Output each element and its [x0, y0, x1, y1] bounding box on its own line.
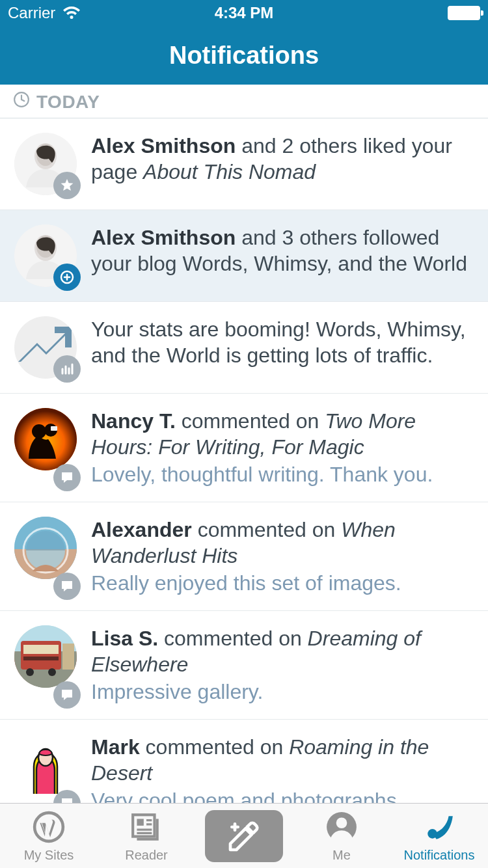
avatar-wrap	[14, 517, 77, 596]
notification-icon	[423, 809, 455, 845]
notification-item[interactable]: Alex Smithson and 2 others liked your pa…	[0, 118, 488, 210]
tab-notifications[interactable]: Notifications	[390, 809, 488, 863]
notification-body: Lisa S. commented on Dreaming of Elsewhe…	[91, 625, 475, 705]
notification-text: commented on	[192, 518, 341, 541]
tab-me[interactable]: Me	[293, 809, 390, 863]
battery-icon	[448, 6, 480, 20]
svg-rect-19	[23, 657, 59, 660]
comment-preview: Really enjoyed this set of images.	[91, 570, 475, 596]
svg-rect-18	[23, 645, 59, 654]
svg-point-29	[336, 817, 347, 828]
notification-text: commented on	[140, 735, 289, 759]
notification-item[interactable]: Your stats are booming! Words, Whimsy, a…	[0, 302, 488, 394]
notification-body: Alexander commented on When Wanderlust H…	[91, 517, 475, 596]
wordpress-icon	[33, 809, 65, 845]
comment-badge-icon	[53, 681, 81, 709]
avatar-wrap	[14, 133, 77, 195]
clock-icon	[13, 91, 30, 113]
notification-body: Nancy T. commented on Two More Hours: Fo…	[91, 408, 475, 487]
notification-list: Alex Smithson and 2 others liked your pa…	[0, 118, 488, 828]
tab-reader[interactable]: Reader	[98, 809, 195, 863]
notification-item[interactable]: Nancy T. commented on Two More Hours: Fo…	[0, 394, 488, 502]
comment-badge-icon	[53, 573, 81, 600]
svg-point-22	[48, 668, 56, 676]
person-icon	[325, 809, 358, 845]
tab-compose[interactable]	[195, 810, 293, 862]
notification-body: Mark commented on Roaming in the DesertV…	[91, 734, 475, 813]
plus-badge-icon	[53, 264, 81, 291]
star-badge-icon	[53, 172, 81, 199]
reader-icon	[130, 809, 163, 845]
compose-icon	[226, 818, 262, 854]
notification-text: Your stats are booming! Words, Whimsy, a…	[91, 318, 466, 367]
section-header-today: TODAY	[0, 85, 488, 118]
notification-item[interactable]: Lisa S. commented on Dreaming of Elsewhe…	[0, 611, 488, 720]
svg-point-8	[14, 408, 77, 470]
wifi-icon	[62, 6, 81, 20]
svg-rect-20	[62, 644, 74, 670]
notification-item[interactable]: Alex Smithson and 3 others followed your…	[0, 210, 488, 302]
actor-name: Mark	[91, 735, 140, 759]
notification-item[interactable]: Alexander commented on When Wanderlust H…	[0, 502, 488, 611]
notification-body: Alex Smithson and 2 others liked your pa…	[91, 133, 475, 195]
avatar	[14, 734, 77, 796]
notification-body: Your stats are booming! Words, Whimsy, a…	[91, 316, 475, 379]
tab-label: Notifications	[404, 848, 475, 863]
avatar-wrap	[14, 408, 77, 487]
notification-body: Alex Smithson and 3 others followed your…	[91, 224, 475, 287]
tab-my-sites[interactable]: My Sites	[0, 809, 98, 863]
avatar	[14, 517, 77, 579]
tab-label: Reader	[125, 848, 168, 863]
actor-name: Alexander	[91, 518, 192, 541]
comment-preview: Impressive gallery.	[91, 679, 475, 705]
actor-name: Nancy T.	[91, 409, 176, 433]
svg-point-25	[34, 813, 63, 841]
tab-label: My Sites	[24, 848, 74, 863]
comment-badge-icon	[53, 464, 81, 491]
comment-preview: Lovely, thoughtful writing. Thank you.	[91, 461, 475, 487]
avatar-wrap	[14, 625, 77, 705]
status-time: 4:34 PM	[165, 4, 323, 22]
svg-rect-27	[137, 819, 143, 826]
avatar-wrap	[14, 224, 77, 287]
svg-rect-11	[51, 426, 57, 431]
svg-point-30	[427, 829, 437, 839]
tab-label: Me	[332, 848, 351, 863]
carrier-label: Carrier	[8, 4, 55, 22]
avatar-wrap	[14, 316, 77, 379]
avatar	[14, 408, 77, 470]
svg-point-9	[32, 424, 46, 439]
svg-point-21	[26, 668, 34, 676]
status-bar: Carrier 4:34 PM	[0, 0, 488, 26]
avatar-wrap	[14, 734, 77, 813]
compose-button[interactable]	[205, 810, 283, 862]
notification-text: commented on	[158, 627, 307, 650]
notification-text: commented on	[176, 409, 325, 433]
actor-name: Alex Smithson	[91, 226, 236, 249]
page-title: Notifications	[0, 26, 488, 85]
avatar	[14, 625, 77, 688]
actor-name: Alex Smithson	[91, 134, 236, 157]
stats-badge-icon	[53, 355, 81, 383]
tab-bar: My Sites Reader Me Notifications	[0, 803, 488, 868]
section-label: TODAY	[36, 92, 100, 113]
content-title: About This Nomad	[143, 160, 316, 183]
actor-name: Lisa S.	[91, 627, 158, 650]
